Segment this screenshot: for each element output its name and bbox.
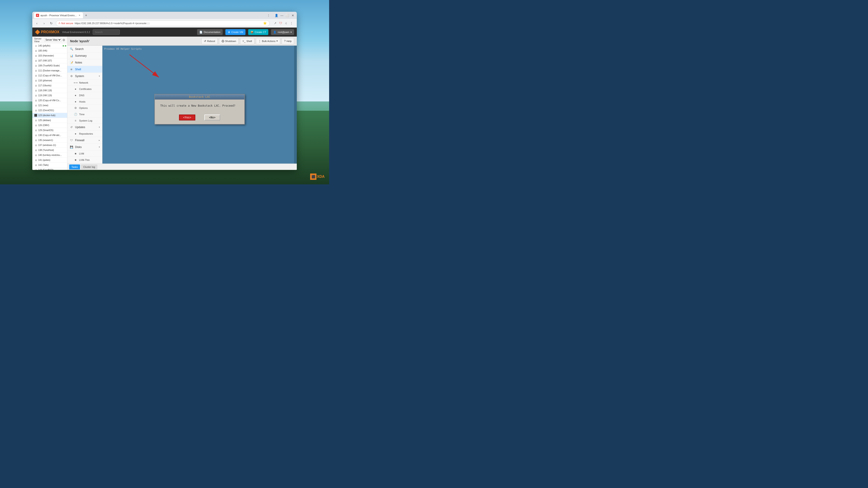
sidebar-label-140: 140 (turnkey-nextclou... — [38, 154, 62, 156]
sidebar-label-117: 117 (Ubuntu) — [38, 84, 51, 87]
sidebar-item-130[interactable]: 🖥 130 (Copy-of-VM-det... — [32, 133, 67, 138]
profile-icon[interactable]: 👤 — [274, 13, 279, 18]
sidebar-label-145: 145 (jellyfin) — [38, 44, 62, 47]
address-bar[interactable]: ⚠ Not secure https://192.168.29.227:8006… — [56, 20, 270, 26]
shell-button[interactable]: >_ Shell — [240, 38, 254, 44]
nav-dns-label: DNS — [79, 94, 84, 97]
sidebar-item-112[interactable]: 🖥 112 (Copy-of-VM-Doc... — [32, 73, 67, 78]
shutdown-button[interactable]: ⏻ Shutdown — [219, 38, 239, 44]
sidebar-item-116[interactable]: 🖥 116 (pfsense) — [32, 78, 67, 83]
cluster-log-tab[interactable]: Cluster log — [81, 164, 97, 169]
forward-button[interactable]: › — [41, 21, 47, 26]
nav-system-label: System — [75, 74, 84, 78]
more-icon[interactable]: ⋮ — [289, 21, 293, 26]
sidebar-item-108[interactable]: 🖥 108 (TrueNAS-Scale) — [32, 63, 67, 68]
bookmark-icon[interactable]: ⭐ — [263, 21, 267, 26]
tab-title: ayush - Proxmox Virtual Enviro... — [40, 14, 76, 17]
tasks-tab[interactable]: Tasks — [69, 164, 80, 169]
status-dot-145 — [63, 45, 64, 46]
proxmox-search-input[interactable] — [93, 29, 120, 35]
documentation-button[interactable]: 📄 Documentation — [197, 29, 223, 35]
nav-system[interactable]: ⚙ System ▾ — [67, 73, 102, 79]
dialog-no-button[interactable]: <No> — [204, 115, 220, 121]
proxmox-logo: PROXMOX — [35, 30, 59, 35]
window-controls: ⋮ 👤 — ⬜ ✕ — [266, 13, 295, 18]
dialog-yes-button[interactable]: <Yes> — [179, 115, 195, 121]
nav-dns[interactable]: ● DNS — [67, 92, 102, 98]
sidebar-item-142[interactable]: 🖥 142 (Tails) — [32, 163, 67, 168]
bulk-actions-button[interactable]: ⋮ Bulk Actions ▾ — [256, 38, 280, 44]
nav-disks[interactable]: 💾 Disks ▾ — [67, 144, 102, 151]
browser-tab[interactable]: X ayush - Proxmox Virtual Enviro... ✕ — [34, 12, 83, 18]
sidebar-item-145[interactable]: 🖥 145 (jellyfin) — [32, 43, 67, 48]
sidebar-item-121[interactable]: 🖥 121 (new) — [32, 103, 67, 108]
sidebar-item-118[interactable]: 🖥 118 (VM 118) — [32, 88, 67, 93]
reboot-button[interactable]: ↺ Reboot — [202, 38, 217, 44]
sidebar-item-129[interactable]: 🖥 129 (SmartOS) — [32, 128, 67, 133]
terminal-content[interactable]: Proxmox VE Helper Scripts — [102, 46, 297, 164]
shield-icon[interactable]: 🛡 — [278, 21, 283, 26]
sidebar-item-140[interactable]: 🖥 140 (turnkey-nextclou... — [32, 153, 67, 158]
logo-pro: PRO — [41, 30, 49, 34]
nav-certificates[interactable]: ● Certificates — [67, 86, 102, 92]
nav-firewall[interactable]: 🛡 Firewall ▸ — [67, 137, 102, 144]
share-icon[interactable]: ↗ — [273, 21, 277, 26]
nav-repositories[interactable]: ● Repositories — [67, 131, 102, 137]
nav-updates[interactable]: ↺ Updates ▾ — [67, 124, 102, 131]
sidebar-item-141[interactable]: 🖥 141 (qubes) — [32, 158, 67, 163]
sidebar-item-107[interactable]: 🖥 107 (VM 107) — [32, 58, 67, 63]
node-toolbar: Node 'ayush' ↺ Reboot ⏻ Shutdown >_ Shel… — [67, 37, 297, 46]
reboot-icon: ↺ — [204, 39, 206, 43]
nav-options[interactable]: ⚙ Options — [67, 105, 102, 111]
create-vm-button[interactable]: 🖥 Create VM — [225, 29, 246, 35]
nav-summary[interactable]: 📊 Summary — [67, 53, 102, 59]
sidebar-item-119[interactable]: 🖥 119 (VM 119) — [32, 93, 67, 98]
user-menu-button[interactable]: 👤 root@pam ▾ — [271, 29, 294, 35]
create-ct-button[interactable]: 📦 Create CT — [248, 29, 269, 35]
music-icon[interactable]: ♫ — [284, 21, 288, 26]
xda-logo-text: XDA — [317, 175, 324, 179]
sidebar-settings-icon[interactable]: ⚙ — [62, 38, 65, 42]
nav-time-label: Time — [79, 113, 85, 116]
reload-button[interactable]: ↻ — [49, 21, 54, 26]
hosts-nav-icon: ● — [74, 100, 77, 103]
help-button[interactable]: ? Help — [282, 38, 294, 44]
nav-hosts[interactable]: ● Hosts — [67, 98, 102, 105]
dns-nav-icon: ● — [74, 94, 77, 97]
window-menu-button[interactable]: ⋮ — [266, 13, 272, 17]
sidebar-item-111[interactable]: 🖥 111 (Docker-manage... — [32, 68, 67, 73]
sidebar-item-138[interactable]: 🖥 138 (YunoHost) — [32, 148, 67, 153]
tab-close-button[interactable]: ✕ — [78, 14, 81, 17]
user-icon: 👤 — [273, 31, 276, 34]
nav-search[interactable]: 🔍 Search — [67, 46, 102, 53]
nav-lvm-thin[interactable]: ■ LVM-Thin — [67, 157, 102, 163]
sidebar-item-120[interactable]: 🖥 120 (Copy-of-VM-Co... — [32, 98, 67, 103]
nav-time[interactable]: 🕐 Time — [67, 111, 102, 118]
sidebar-item-126[interactable]: 🖥 126 (OMV) — [32, 123, 67, 128]
terminal-scrollbar[interactable] — [294, 46, 297, 164]
sidebar-item-135[interactable]: 🖥 135 (newwm1) — [32, 138, 67, 143]
nav-lvm[interactable]: ■ LVM — [67, 151, 102, 157]
sidebar-view-select[interactable]: Server View — [44, 38, 61, 41]
sidebar-item-125[interactable]: 🖥 125 (debian) — [32, 118, 67, 123]
minimize-button[interactable]: — — [280, 13, 284, 18]
maximize-button[interactable]: ⬜ — [285, 13, 289, 18]
nav-notes[interactable]: 📝 Notes — [67, 59, 102, 66]
sidebar-item-100[interactable]: 🖥 100 (HA) — [32, 48, 67, 53]
sidebar-item-123[interactable]: ⬛ 123 (docker-hub) — [32, 113, 67, 118]
close-button[interactable]: ✕ — [290, 13, 295, 18]
back-button[interactable]: ‹ — [34, 21, 39, 26]
sidebar-item-117[interactable]: 🖥 117 (Ubuntu) — [32, 83, 67, 88]
vm-icon-142: 🖥 — [34, 164, 37, 167]
sidebar-item-137[interactable]: 🖥 137 (windows-11) — [32, 143, 67, 148]
new-tab-button[interactable]: + — [84, 13, 89, 18]
nav-systemlog[interactable]: ≡ System Log — [67, 118, 102, 124]
nav-shell[interactable]: ⊞ Shell — [67, 66, 102, 73]
sidebar-item-122[interactable]: 🖥 122 (OmniOS1) — [32, 108, 67, 113]
sidebar-item-103[interactable]: 🖥 103 (Harvester) — [32, 53, 67, 58]
sidebar-label-111: 111 (Docker-manage... — [38, 69, 61, 72]
sidebar-item-143[interactable]: 🖥 143 (FreeBSD) — [32, 168, 67, 170]
svg-line-1 — [129, 55, 159, 77]
search-nav-icon: 🔍 — [70, 47, 73, 51]
nav-network[interactable]: ⟷ Network — [67, 79, 102, 86]
